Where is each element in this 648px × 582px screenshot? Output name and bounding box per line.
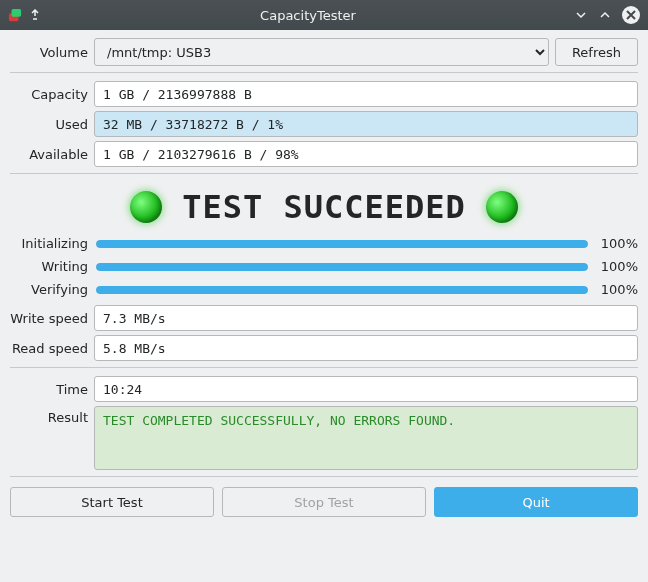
result-label: Result — [10, 406, 88, 425]
writing-label: Writing — [10, 259, 88, 274]
volume-label: Volume — [10, 45, 88, 60]
status-led-right — [486, 191, 518, 223]
window-title: CapacityTester — [50, 8, 566, 23]
pin-icon[interactable] — [28, 8, 42, 22]
capacity-label: Capacity — [10, 87, 88, 102]
used-label: Used — [10, 117, 88, 132]
read-speed-value: 5.8 MB/s — [94, 335, 638, 361]
result-value: TEST COMPLETED SUCCESSFULLY, NO ERRORS F… — [94, 406, 638, 470]
time-value: 10:24 — [94, 376, 638, 402]
separator — [10, 476, 638, 477]
separator — [10, 72, 638, 73]
available-label: Available — [10, 147, 88, 162]
available-value: 1 GB / 2103279616 B / 98% — [94, 141, 638, 167]
read-speed-label: Read speed — [10, 341, 88, 356]
start-test-button[interactable]: Start Test — [10, 487, 214, 517]
initializing-progress — [96, 240, 588, 248]
separator — [10, 173, 638, 174]
initializing-pct: 100% — [596, 236, 638, 251]
svg-rect-1 — [12, 9, 22, 17]
main-content: Volume /mnt/tmp: USB3 Refresh Capacity 1… — [0, 30, 648, 527]
app-icon — [8, 8, 22, 22]
stop-test-button: Stop Test — [222, 487, 426, 517]
write-speed-label: Write speed — [10, 311, 88, 326]
maximize-icon[interactable] — [598, 8, 612, 22]
status-row: TEST SUCCEEDED — [10, 182, 638, 236]
quit-button[interactable]: Quit — [434, 487, 638, 517]
verifying-pct: 100% — [596, 282, 638, 297]
separator — [10, 367, 638, 368]
verifying-label: Verifying — [10, 282, 88, 297]
write-speed-value: 7.3 MB/s — [94, 305, 638, 331]
minimize-icon[interactable] — [574, 8, 588, 22]
verifying-progress — [96, 286, 588, 294]
used-value: 32 MB / 33718272 B / 1% — [94, 111, 638, 137]
close-button[interactable] — [622, 6, 640, 24]
titlebar: CapacityTester — [0, 0, 648, 30]
writing-progress — [96, 263, 588, 271]
status-led-left — [130, 191, 162, 223]
initializing-label: Initializing — [10, 236, 88, 251]
time-label: Time — [10, 382, 88, 397]
status-text: TEST SUCCEEDED — [182, 188, 466, 226]
volume-select[interactable]: /mnt/tmp: USB3 — [94, 38, 549, 66]
writing-pct: 100% — [596, 259, 638, 274]
refresh-button[interactable]: Refresh — [555, 38, 638, 66]
capacity-value: 1 GB / 2136997888 B — [94, 81, 638, 107]
